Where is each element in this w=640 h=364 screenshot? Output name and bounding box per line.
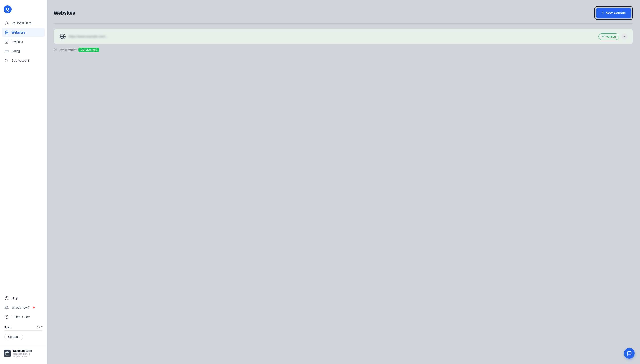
sidebar-item-whats-new[interactable]: What's new?	[2, 303, 45, 312]
question-icon	[54, 48, 57, 52]
sidebar-item-label: Invoices	[12, 40, 23, 44]
sidebar-item-label: Help	[12, 296, 18, 300]
new-website-btn-container: + New website	[594, 6, 633, 20]
nav-menu: Personal Data Websites Invoices Billing	[0, 19, 47, 294]
svg-rect-3	[5, 50, 9, 52]
sub-account-icon	[5, 58, 9, 63]
main-content: Websites + New website https://www.examp…	[47, 0, 640, 364]
sidebar-item-embed-code[interactable]: Embed Code	[2, 312, 45, 321]
website-row-right: Verified	[598, 33, 627, 40]
sidebar-item-label: Websites	[12, 31, 25, 34]
chat-fab-button[interactable]	[624, 348, 635, 359]
how-it-works-text: How it works?	[59, 48, 77, 52]
plan-count: 0 / 0	[37, 326, 42, 329]
page-title: Websites	[54, 10, 75, 16]
sidebar-item-label: Personal Data	[12, 21, 31, 25]
page-header: Websites + New website	[47, 0, 640, 23]
get-live-help-button[interactable]: Get Live Help	[79, 48, 99, 52]
plan-header: Basic 0 / 0	[5, 326, 42, 329]
invoice-icon	[5, 40, 9, 44]
sidebar-logo: Q	[0, 4, 47, 19]
sidebar: Q Personal Data Websites Invoices	[0, 0, 47, 364]
plus-icon: +	[601, 11, 604, 15]
svg-point-0	[6, 22, 7, 23]
sidebar-item-billing[interactable]: Billing	[2, 47, 45, 56]
help-icon	[5, 296, 9, 300]
user-info: Nazlican Berk Nazlican Berk's Organizati…	[13, 349, 43, 358]
globe-nav-icon	[5, 30, 9, 35]
person-icon	[5, 21, 9, 25]
user-org: Nazlican Berk's Organization	[13, 352, 43, 358]
app-logo: Q	[4, 5, 12, 13]
embed-icon	[5, 315, 9, 319]
upgrade-button[interactable]: Upgrade	[5, 334, 23, 340]
websites-list: https://www.example.com/... Verified How…	[47, 24, 640, 364]
sidebar-item-sub-account[interactable]: Sub Account	[2, 56, 45, 65]
verified-badge: Verified	[598, 33, 619, 40]
svg-point-4	[6, 59, 7, 60]
plan-progress-bar	[5, 330, 42, 331]
new-website-button[interactable]: + New website	[596, 8, 631, 18]
how-it-works-row: How it works? Get Live Help	[54, 48, 633, 52]
website-globe-icon	[59, 33, 66, 40]
sidebar-item-label: Sub Account	[12, 59, 29, 62]
website-row: https://www.example.com/... Verified	[54, 29, 633, 44]
sidebar-item-label: What's new?	[12, 306, 29, 309]
nav-bottom-menu: Help What's new? Embed Code	[0, 294, 47, 321]
billing-icon	[5, 49, 9, 53]
avatar	[4, 350, 11, 357]
website-row-left: https://www.example.com/...	[59, 33, 108, 40]
sidebar-item-help[interactable]: Help	[2, 294, 45, 303]
sidebar-item-websites[interactable]: Websites	[2, 28, 45, 37]
user-name: Nazlican Berk	[13, 349, 43, 352]
remove-website-button[interactable]	[621, 33, 627, 40]
sidebar-item-label: Billing	[12, 49, 20, 53]
plan-name: Basic	[5, 326, 12, 329]
notification-dot	[33, 307, 35, 308]
svg-rect-7	[5, 352, 9, 355]
sidebar-item-invoices[interactable]: Invoices	[2, 37, 45, 46]
sidebar-item-personal-data[interactable]: Personal Data	[2, 19, 45, 28]
bell-icon	[5, 305, 9, 310]
website-url: https://www.example.com/...	[69, 35, 108, 38]
sidebar-item-label: Embed Code	[12, 315, 30, 319]
plan-section: Basic 0 / 0 Upgrade	[2, 323, 45, 343]
check-circle-icon	[602, 35, 605, 38]
user-section: Nazlican Berk Nazlican Berk's Organizati…	[0, 346, 47, 360]
